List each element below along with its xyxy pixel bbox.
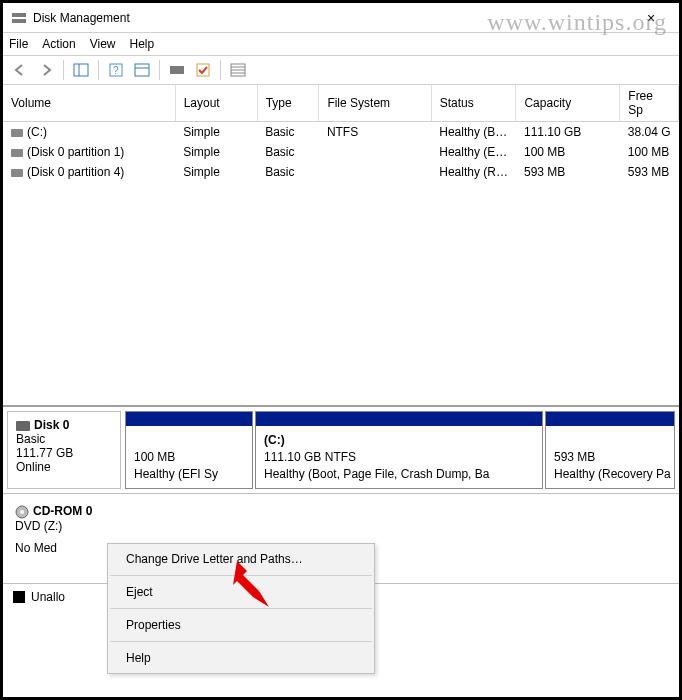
col-volume[interactable]: Volume [3, 85, 175, 122]
svg-rect-8 [170, 66, 184, 74]
back-button[interactable] [9, 59, 31, 81]
col-free[interactable]: Free Sp [620, 85, 679, 122]
disk-icon [16, 421, 30, 431]
volume-list: Volume Layout Type File System Status Ca… [3, 85, 679, 405]
table-row[interactable]: (Disk 0 partition 1)SimpleBasicHealthy (… [3, 142, 679, 162]
help-icon[interactable]: ? [105, 59, 127, 81]
menu-view[interactable]: View [90, 37, 116, 51]
ctx-properties[interactable]: Properties [108, 610, 374, 640]
disk-0-label[interactable]: Disk 0 Basic 111.77 GB Online [7, 411, 121, 489]
col-capacity[interactable]: Capacity [516, 85, 620, 122]
menubar: File Action View Help [3, 33, 679, 55]
menu-action[interactable]: Action [42, 37, 75, 51]
menu-file[interactable]: File [9, 37, 28, 51]
close-button[interactable]: × [631, 10, 671, 26]
ctx-help[interactable]: Help [108, 643, 374, 673]
svg-rect-2 [74, 64, 88, 76]
svg-rect-6 [135, 64, 149, 76]
show-hide-button[interactable] [70, 59, 92, 81]
partition-4[interactable]: 593 MBHealthy (Recovery Pa [545, 411, 675, 489]
col-type[interactable]: Type [257, 85, 319, 122]
svg-rect-9 [197, 64, 209, 76]
svg-rect-0 [12, 13, 26, 17]
app-icon [11, 10, 27, 26]
col-fs[interactable]: File System [319, 85, 431, 122]
check-icon[interactable] [192, 59, 214, 81]
table-row[interactable]: (C:)SimpleBasicNTFSHealthy (B…111.10 GB3… [3, 122, 679, 143]
legend-unallocated-label: Unallo [31, 590, 65, 604]
table-row[interactable]: (Disk 0 partition 4)SimpleBasicHealthy (… [3, 162, 679, 182]
svg-text:?: ? [113, 65, 119, 76]
list-icon[interactable] [227, 59, 249, 81]
svg-rect-1 [12, 19, 26, 23]
cdrom-label[interactable]: CD-ROM 0 DVD (Z:) No Med [7, 498, 107, 579]
svg-point-15 [20, 510, 24, 514]
toolbar: ? [3, 55, 679, 85]
refresh-icon[interactable] [166, 59, 188, 81]
partition-1[interactable]: 100 MBHealthy (EFI Sy [125, 411, 253, 489]
legend-unallocated-icon [13, 591, 25, 603]
ctx-eject[interactable]: Eject [108, 577, 374, 607]
partition-c[interactable]: (C:)111.10 GB NTFSHealthy (Boot, Page Fi… [255, 411, 543, 489]
disk-0-row: Disk 0 Basic 111.77 GB Online 100 MBHeal… [3, 407, 679, 494]
col-layout[interactable]: Layout [175, 85, 257, 122]
view-icon[interactable] [131, 59, 153, 81]
window-title: Disk Management [33, 11, 631, 25]
cdrom-icon [15, 504, 33, 518]
forward-button[interactable] [35, 59, 57, 81]
col-status[interactable]: Status [431, 85, 516, 122]
ctx-change-drive-letter[interactable]: Change Drive Letter and Paths… [108, 544, 374, 574]
context-menu: Change Drive Letter and Paths… Eject Pro… [107, 543, 375, 674]
menu-help[interactable]: Help [130, 37, 155, 51]
